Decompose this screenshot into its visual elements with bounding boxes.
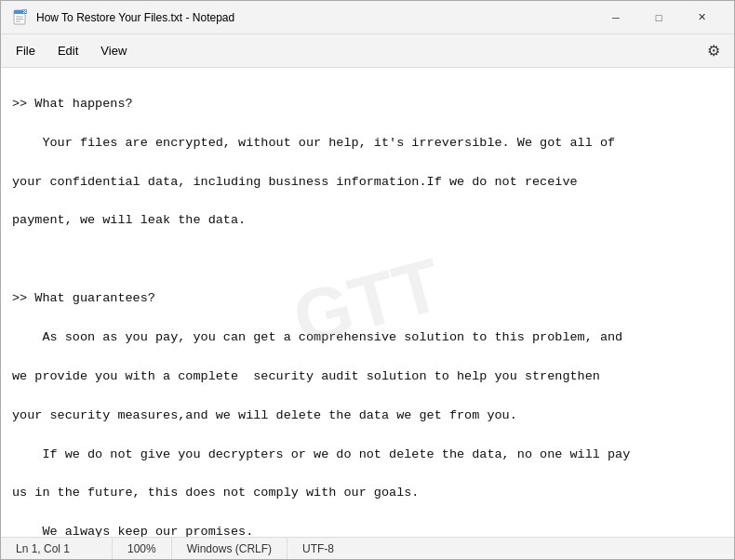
minimize-button[interactable]: ─ — [595, 1, 637, 34]
line-ending: Windows (CRLF) — [172, 538, 287, 559]
title-bar: How To Restore Your Files.txt - Notepad … — [1, 1, 734, 34]
cursor-position: Ln 1, Col 1 — [1, 538, 113, 559]
maximize-button[interactable]: □ — [637, 1, 680, 34]
zoom-level: 100% — [113, 538, 172, 559]
line-promises: We always keep our promises. — [12, 523, 723, 537]
line-as-soon: As soon as you pay, you can get a compre… — [12, 328, 723, 348]
notepad-window: How To Restore Your Files.txt - Notepad … — [0, 0, 735, 560]
menu-bar: File Edit View ⚙ — [1, 34, 734, 68]
settings-icon[interactable]: ⚙ — [697, 34, 730, 68]
file-menu[interactable]: File — [5, 40, 47, 61]
line-confidential: your confidential data, including busine… — [12, 173, 723, 193]
line-no-one-will-pay: If we do not give you decrypters or we d… — [12, 446, 723, 465]
line-security-audit: we provide you with a complete security … — [12, 367, 723, 387]
line-comply: us in the future, this does not comply w… — [12, 484, 723, 503]
line-what-happens: >> What happens? — [12, 95, 723, 114]
line-payment: payment, we will leak the data. — [12, 211, 723, 231]
text-area[interactable]: GTT >> What happens? Your files are encr… — [1, 68, 734, 537]
window-title: How To Restore Your Files.txt - Notepad — [36, 11, 595, 24]
app-icon — [12, 9, 29, 26]
status-bar: Ln 1, Col 1 100% Windows (CRLF) UTF-8 — [1, 537, 734, 559]
line-guarantees: >> What guarantees? — [12, 289, 723, 309]
line-delete-data: your security measures,and we will delet… — [12, 407, 723, 426]
view-menu[interactable]: View — [89, 40, 138, 61]
encoding: UTF-8 — [287, 538, 349, 559]
close-button[interactable]: ✕ — [680, 1, 723, 34]
notepad-content: >> What happens? Your files are encrypte… — [12, 75, 723, 537]
window-controls: ─ □ ✕ — [595, 1, 723, 34]
line-encrypted: Your files are encrypted, without our he… — [12, 134, 723, 153]
edit-menu[interactable]: Edit — [47, 40, 89, 61]
line-blank1 — [12, 250, 723, 270]
